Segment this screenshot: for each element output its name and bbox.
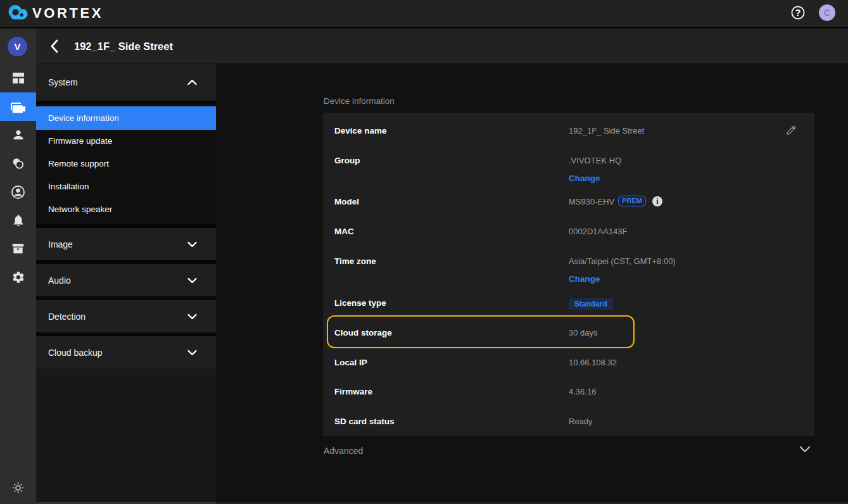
svg-text:?: ? (795, 8, 801, 18)
